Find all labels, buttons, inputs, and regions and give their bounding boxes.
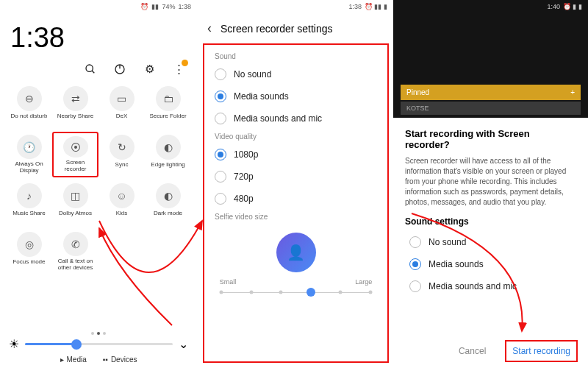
quick-setting-icon: ⦿ [63, 136, 88, 158]
pinned-bar[interactable]: Pinned + [401, 85, 581, 100]
video-quality-option[interactable]: 480p [210, 188, 381, 210]
quick-setting-label: Sync [115, 162, 129, 169]
video-quality-option[interactable]: 1080p [210, 144, 381, 166]
back-icon[interactable]: ‹ [207, 21, 212, 36]
status-bar: 1:38 ⏰ ▮▮ ▮ [197, 0, 393, 13]
quick-setting-icon: 🗀 [156, 86, 181, 111]
quick-setting-secure-folder[interactable]: 🗀Secure Folder [145, 83, 191, 129]
gear-icon[interactable]: ⚙ [143, 63, 156, 76]
search-icon[interactable] [84, 63, 97, 76]
quick-setting-focus-mode[interactable]: ◎Focus mode [6, 229, 52, 275]
quick-setting-sync[interactable]: ↻Sync [98, 132, 145, 177]
quick-setting-icon: ▭ [110, 86, 135, 111]
plus-icon[interactable]: + [570, 88, 575, 96]
sound-option[interactable]: Media sounds [210, 85, 381, 107]
radio-icon [409, 236, 421, 248]
quick-setting-edge-lighting[interactable]: ◐Edge lighting [145, 132, 191, 177]
quick-setting-icon: ♪ [17, 183, 42, 208]
chevron-down-icon[interactable]: ⌄ [179, 337, 188, 351]
quick-setting-do-not-disturb[interactable]: ⊖Do not disturb [6, 83, 52, 129]
radio-icon [215, 68, 226, 80]
section-sound: Sound [210, 49, 381, 63]
radio-icon [409, 258, 421, 270]
sound-settings-title: Sound settings [405, 216, 576, 227]
dialog-sound-option[interactable]: Media sounds [405, 253, 576, 275]
sound-option[interactable]: No sound [210, 63, 381, 85]
list-item[interactable]: KOTSE [401, 102, 581, 115]
radio-label: 480p [234, 194, 254, 204]
quick-setting-music-share[interactable]: ♪Music Share [6, 180, 52, 226]
quick-setting-label: Nearby Share [57, 113, 93, 120]
dialog-sound-option[interactable]: Media sounds and mic [405, 275, 576, 297]
status-time: 1:40 [547, 3, 560, 10]
radio-icon [215, 193, 226, 205]
quick-setting-label: Edge lighting [151, 162, 184, 169]
quick-setting-dex[interactable]: ▭DeX [98, 83, 145, 129]
quick-setting-icon: ◐ [156, 135, 181, 160]
quick-setting-always-on-display[interactable]: 🕐Always On Display [6, 132, 52, 177]
quick-setting-call-text-on-other-devices[interactable]: ✆Call & text on other devices [52, 229, 98, 275]
quick-setting-nearby-share[interactable]: ⇄Nearby Share [52, 83, 98, 129]
signal-icon: ⏰ ▮▮ ▮ [365, 3, 387, 10]
quick-setting-label: Do not disturb [11, 113, 48, 120]
brightness-slider[interactable]: ☀ ⌄ [9, 337, 188, 351]
radio-icon [215, 113, 226, 124]
quick-setting-label: Dolby Atmos [59, 210, 92, 217]
tab-media[interactable]: ▸ Media [60, 355, 87, 364]
radio-label: Media sounds [234, 91, 289, 102]
more-icon[interactable]: ⋮ [172, 63, 185, 76]
radio-label: Media sounds and mic [429, 281, 517, 291]
cancel-button[interactable]: Cancel [453, 342, 492, 361]
signal-icon: ▮▮ [151, 3, 159, 10]
radio-icon [409, 280, 421, 292]
radio-label: 720p [234, 171, 254, 182]
selfie-size-slider[interactable] [221, 287, 370, 297]
quick-setting-label: Focus mode [12, 259, 45, 266]
signal-icon: ⏰ ▮ ▮ [563, 3, 582, 10]
lockscreen-clock: 1:38 [0, 13, 197, 60]
quick-setting-label: Secure Folder [149, 113, 186, 120]
start-recording-button[interactable]: Start recording [505, 340, 578, 362]
status-time: 1:38 [348, 3, 362, 10]
quick-setting-label: Kids [116, 210, 128, 217]
quick-setting-icon: ☺ [110, 183, 135, 208]
sound-option[interactable]: Media sounds and mic [210, 107, 381, 130]
radio-label: No sound [234, 69, 271, 79]
quick-setting-dark-mode[interactable]: ◐Dark mode [145, 180, 191, 226]
svg-point-0 [86, 65, 93, 71]
quick-setting-label: Call & text on other devices [57, 258, 95, 272]
radio-label: No sound [429, 237, 466, 247]
quick-setting-icon: ✆ [63, 232, 88, 256]
alarm-icon: ⏰ [140, 3, 148, 10]
quick-setting-label: DeX [116, 113, 128, 120]
quick-setting-kids[interactable]: ☺Kids [98, 180, 145, 226]
section-selfie: Selfie video size [210, 210, 381, 224]
page-dots [9, 330, 188, 337]
status-bar: 1:40 ⏰ ▮ ▮ [393, 0, 588, 13]
size-large-label: Large [355, 278, 372, 286]
battery-text: 74% [162, 3, 175, 10]
dialog-description: Screen recorder will have access to all … [405, 156, 576, 208]
tab-devices[interactable]: ▪▪ Devices [103, 355, 137, 364]
quick-setting-dolby-atmos[interactable]: ◫Dolby Atmos [52, 180, 98, 226]
radio-icon [215, 171, 226, 183]
quick-setting-icon: 🕐 [17, 135, 42, 159]
quick-setting-icon: ⊖ [17, 86, 42, 111]
dialog-sound-option[interactable]: No sound [405, 231, 576, 253]
size-small-label: Small [220, 278, 237, 286]
quick-setting-label: Dark mode [154, 210, 182, 217]
quick-setting-screen-recorder[interactable]: ⦿Screen recorder [52, 132, 98, 177]
quick-setting-label: Always On Display [10, 161, 49, 174]
status-bar: ⏰ ▮▮ 74% 1:38 [0, 0, 197, 13]
dialog-title: Start recording with Screen recorder? [405, 128, 576, 150]
radio-icon [215, 91, 226, 102]
page-title: Screen recorder settings [220, 23, 333, 35]
video-quality-option[interactable]: 720p [210, 166, 381, 188]
radio-label: Media sounds and mic [234, 113, 322, 124]
radio-label: Media sounds [429, 259, 484, 269]
quick-setting-icon: ↻ [110, 135, 135, 160]
quick-setting-icon: ◐ [156, 183, 181, 208]
quick-setting-label: Screen recorder [57, 160, 95, 173]
quick-setting-icon: ◎ [17, 232, 42, 257]
power-icon[interactable] [113, 63, 126, 76]
